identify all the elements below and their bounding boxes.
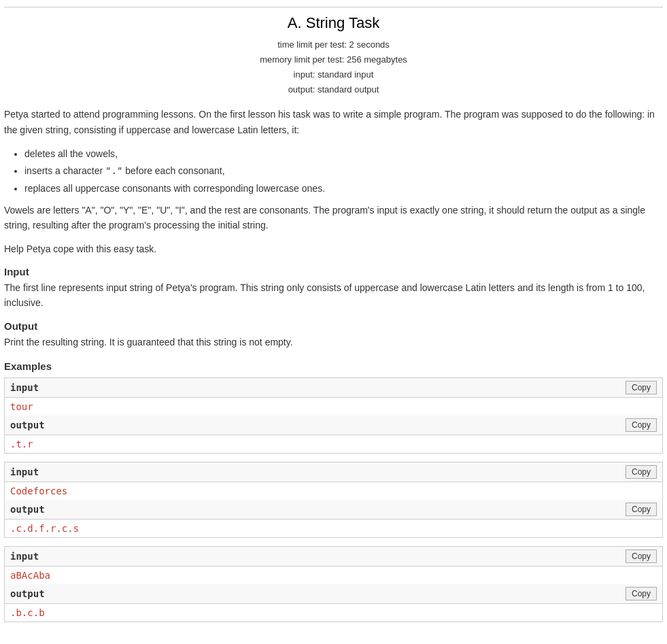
output-type: output: standard output [4,82,663,97]
examples-title: Examples [4,360,663,372]
output-header-2: output Copy [5,500,662,520]
copy-output-button-2[interactable]: Copy [626,503,657,516]
input-label-2: input [10,467,39,477]
input-value-3: aBAcAba [5,566,662,584]
output-label-2: output [10,504,45,515]
copy-input-button-2[interactable]: Copy [626,465,657,479]
description-list: deletes all the vowels, inserts a charac… [24,146,663,197]
input-section-label: Input [4,266,663,277]
output-section-body: Print the resulting string. It is guaran… [4,335,663,350]
input-label-3: input [10,551,39,562]
input-header-3: input Copy [5,547,662,566]
examples-container: input Copy tour output Copy .t.r input C… [4,377,663,622]
input-header-2: input Copy [5,462,662,482]
input-value-1: tour [5,398,662,416]
output-label-3: output [10,588,45,599]
input-type: input: standard input [4,67,663,82]
copy-input-button-3[interactable]: Copy [626,549,657,563]
output-header-3: output Copy [5,584,662,604]
input-value-2: Codeforces [5,482,662,500]
description-para3: Help Petya cope with this easy task. [4,241,663,256]
input-header-1: input Copy [5,378,662,398]
input-label-1: input [10,382,39,393]
output-label-1: output [10,420,45,430]
bullet-2: inserts a character "." before each cons… [24,163,663,180]
example-block-2: input Copy Codeforces output Copy .c.d.f… [4,462,663,538]
problem-title: A. String Task [4,14,663,32]
bullet-1: deletes all the vowels, [24,146,663,163]
copy-output-button-3[interactable]: Copy [626,587,657,600]
input-section-body: The first line represents input string o… [4,280,663,311]
description-para1: Petya started to attend programming less… [4,107,663,137]
output-value-3: .b.c.b [5,604,662,622]
example-block-3: input Copy aBAcAba output Copy .b.c.b [4,546,663,622]
output-value-2: .c.d.f.r.c.s [5,520,662,537]
copy-output-button-1[interactable]: Copy [626,418,657,432]
output-section-label: Output [4,320,663,332]
output-value-1: .t.r [5,435,662,453]
description-para2: Vowels are letters "A", "O", "Y", "E", "… [4,203,663,233]
memory-limit: memory limit per test: 256 megabytes [4,52,663,67]
meta-info: time limit per test: 2 seconds memory li… [4,37,663,97]
bullet-3: replaces all uppercase consonants with c… [24,180,663,197]
output-header-1: output Copy [5,416,662,435]
copy-input-button-1[interactable]: Copy [626,381,657,394]
example-block-1: input Copy tour output Copy .t.r [4,377,663,454]
time-limit: time limit per test: 2 seconds [4,37,663,52]
